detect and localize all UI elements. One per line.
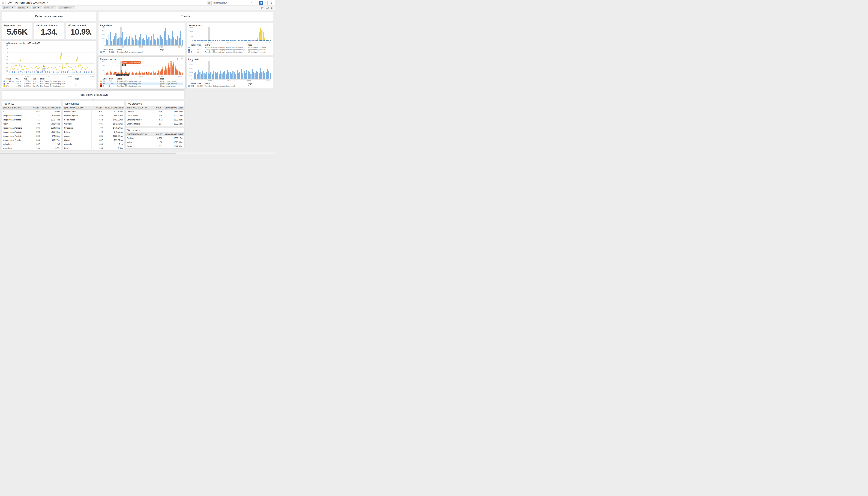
legend-header-tags[interactable]: Tags ↓ (248, 82, 271, 85)
legend-header-metric[interactable]: Metric (40, 78, 75, 80)
expand-icon[interactable] (177, 58, 179, 60)
zoom-search-button[interactable] (269, 1, 273, 5)
table-row[interactable]: Canada 337 577.81ms (63, 138, 124, 142)
table-row[interactable]: Mobile Safari 1.69K 1000.14ms (126, 114, 184, 118)
chart-plot[interactable] (9, 45, 95, 75)
table-row[interactable]: Ireland 442 946.58ms (63, 130, 124, 134)
column-header[interactable]: COUNT (92, 106, 104, 110)
column-header[interactable]: @NETWORK.CLIENT.GI (63, 106, 92, 110)
table-row[interactable]: /department/chairs/pro 380 960.27ms (2, 138, 61, 142)
template-variable-chip[interactable]: $device * ▾ (43, 6, 56, 9)
notebook-icon[interactable] (261, 7, 264, 9)
table-row[interactable]: South Korea 542 1462.56ms (63, 118, 124, 122)
table-row[interactable]: Australia 304 2.1s (63, 142, 124, 146)
table-row[interactable]: /department/bedding 382 1012.62ms (2, 130, 61, 134)
legend-header-sum[interactable]: Sum (197, 82, 205, 85)
legend-row[interactable]: 2s 431ms 513ms 2s 667ms 11s RumQuery[ @e… (3, 80, 95, 82)
legend-row[interactable]: 15s 629ms 4s 867ms 30s RumQuery[ @evt.ca… (3, 82, 95, 85)
legend-header-min[interactable]: Min (16, 78, 23, 80)
table-row[interactable]: Germany 505 1542.76ms (63, 122, 124, 126)
legend-row[interactable]: 82 5.63K RumQuery[ @evt.category:view ] … (100, 51, 183, 53)
legend-header-value[interactable]: Value (191, 44, 197, 46)
star-favorite-icon[interactable]: ☆ (2, 1, 4, 4)
chevron-down-icon[interactable]: ▾ (47, 2, 48, 4)
table-row[interactable]: India 265 2.59s (63, 146, 124, 150)
legend-header-avg[interactable]: Avg (23, 78, 33, 80)
pause-button[interactable] (259, 1, 263, 5)
column-header[interactable]: @HTTP.USERAGENT_D (126, 133, 149, 136)
table-row[interactable]: /department/bedding/p 380 974.55ms (2, 134, 61, 138)
legend-header-tags[interactable]: Tags ↓ (160, 78, 183, 80)
server-errors-panel[interactable]: Server errors 050100150 07:0007:1507:300… (187, 22, 273, 55)
legend-header-tags[interactable]: Tags ↓ (248, 44, 271, 46)
widget-p90-load-time[interactable]: p90 load time end 10.99s (66, 22, 96, 39)
export-icon[interactable] (181, 58, 183, 60)
legend-header-value[interactable]: Value (103, 49, 109, 51)
legend-row[interactable]: 21 539 RumQuery[@evt.category:error ] @e… (100, 80, 183, 82)
table-row[interactable]: Japan 385 1333.55ms (63, 134, 124, 138)
legend-row[interactable]: 2 89 RumQuery[@evt.category:resource @ht… (188, 49, 271, 51)
jump-backward-button[interactable]: « (255, 1, 259, 5)
legend-row[interactable]: 0 8 RumQuery[@evt.category:error ] @erro… (100, 85, 183, 87)
page-views-panel[interactable]: Page views 050100150200250 07:0007:1507:… (98, 22, 185, 55)
column-header[interactable]: @VIEW.URL_DETAILS.I (2, 106, 22, 110)
table-row[interactable]: United States 1.53K 921.79ms (63, 110, 124, 114)
load-time-panel[interactable]: Load time end median, p75 and p90 00.20.… (2, 41, 96, 89)
column-header[interactable]: MEDIAN:LOAD EVENT (164, 106, 184, 110)
table-row[interactable]: Mobile 1.9K 1025.09ms (126, 140, 184, 144)
table-row[interactable]: /department/chairs 384 1164.26ms (2, 126, 61, 130)
section-trends[interactable]: Trends (98, 12, 273, 21)
legend-row[interactable]: 56 1.22K RumQuery[@evt.category:error ] … (100, 82, 183, 85)
section-page-views-breakdown[interactable]: Page views breakdown (2, 90, 184, 99)
chart-plot[interactable] (194, 27, 271, 41)
jump-forward-button[interactable]: » (263, 1, 268, 5)
legend-header-value[interactable]: Value (191, 82, 197, 85)
template-variable-chip[interactable]: $browser * ▾ (2, 6, 16, 9)
legend-header-max[interactable]: Max (33, 78, 40, 80)
legend-header-value[interactable]: Value (6, 78, 16, 80)
template-variable-chip[interactable]: $country * ▾ (17, 6, 31, 9)
column-header[interactable]: MEDIAN:LOAD EVENT (164, 133, 184, 136)
legend-row[interactable]: 1 38 RumQuery[@evt.category:resource @ht… (188, 51, 271, 53)
legend-header-value[interactable]: Value (103, 78, 109, 80)
long-tasks-panel[interactable]: Long tasks 0K0.2K0.4K0.6K0.8K1K 07:0007:… (187, 57, 273, 89)
table-row[interactable]: United Kingdom 620 886.49ms (63, 114, 124, 118)
section-performance-overview[interactable]: Performance overview (2, 12, 96, 21)
table-row[interactable]: Samsung Internet 572 1322.32ms (126, 118, 184, 122)
top-browsers-table[interactable]: Top browsers @HTTP.USERAGENT_D COUNT MED… (126, 101, 184, 126)
widget-page-views-count[interactable]: Page views count 5.66K (2, 22, 32, 39)
chart-plot[interactable]: @error.origin:network 56 (106, 61, 183, 75)
table-row[interactable]: Desktop 3.19K 1556.17ms (126, 136, 184, 140)
table-row[interactable]: /cart 700 1002.94ms (2, 122, 61, 126)
legend-header-metric[interactable]: Metric (205, 44, 248, 46)
table-row[interactable]: Chrome Mobile 214 1293.64ms (126, 122, 184, 126)
column-header[interactable]: COUNT (149, 133, 164, 136)
legend-header-tags[interactable]: Tags ↓ (160, 49, 183, 51)
template-variable-chip[interactable]: $url * ▾ (32, 6, 42, 9)
tv-mode-icon[interactable] (266, 7, 269, 9)
legend-header-sum[interactable]: Sum (197, 44, 205, 46)
table-row[interactable]: /checkout 357 N/A (2, 142, 61, 146)
table-row[interactable]: /department/sofas 716 1152.44ms (2, 118, 61, 122)
top-devices-table[interactable]: Top devices @HTTP.USERAGENT_D COUNT MEDI… (126, 127, 184, 149)
dashboard-title[interactable]: RUM - Performance Overview (5, 1, 45, 4)
table-row[interactable]: /department/sofas/pro 717 964.99ms (2, 114, 61, 118)
column-header[interactable]: MEDIAN:LOAD EVENT (104, 106, 124, 110)
legend-header-tags[interactable]: Tags ↓ (75, 78, 95, 80)
legend-header-sum[interactable]: Sum (109, 49, 117, 51)
column-header[interactable]: COUNT (149, 106, 164, 110)
widget-median-load-time[interactable]: Median load time end 1.34s (34, 22, 64, 39)
legend-header-metric[interactable]: Metric (117, 49, 160, 51)
legend-row[interactable]: 351 25.68K RumQuery[ @evt.category:long_… (188, 85, 271, 87)
table-row[interactable]: Chrome 3.19K 1556.82ms (126, 110, 184, 114)
time-range-picker[interactable]: 1h The Past Hour ▾ (207, 1, 253, 5)
scrollbar-thumb[interactable] (0, 153, 176, 154)
top-countries-table[interactable]: Top countries @NETWORK.CLIENT.GI COUNT M… (63, 101, 124, 151)
column-header[interactable]: COUNT (22, 106, 41, 110)
table-row[interactable]: /apm/home 269 3.89s (2, 146, 61, 150)
chart-plot[interactable] (106, 27, 183, 46)
column-header[interactable]: MEDIAN:LOAD EVENT (41, 106, 61, 110)
table-row[interactable]: / 965 10.68s (2, 110, 61, 114)
legend-header-metric[interactable]: Metric (117, 78, 160, 80)
settings-gear-icon[interactable]: ⚙ (271, 6, 273, 9)
